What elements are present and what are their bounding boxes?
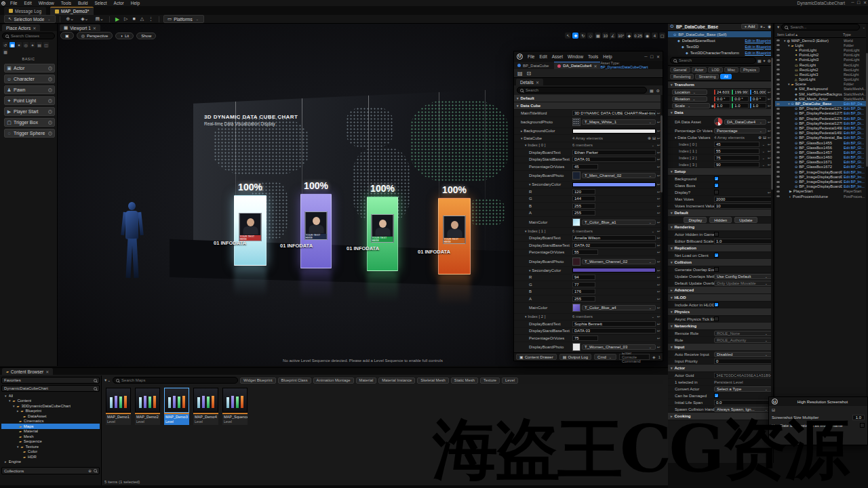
- section-setup[interactable]: ▾Setup: [668, 168, 773, 176]
- scale-snap-value[interactable]: 0.25: [633, 33, 643, 39]
- display-checkbox[interactable]: [714, 190, 719, 195]
- details-filter-chip[interactable]: LOD: [708, 67, 722, 73]
- menu-item[interactable]: Tools: [586, 54, 600, 59]
- percentage-dropdown[interactable]: Percentage⌄: [714, 128, 766, 134]
- visibility-eye-icon[interactable]: [776, 171, 780, 173]
- visibility-eye-icon[interactable]: [776, 44, 780, 46]
- visibility-eye-icon[interactable]: [776, 93, 780, 95]
- revision-control-icon[interactable]: ◈: [652, 354, 656, 359]
- section-transform[interactable]: ▾Transform: [668, 81, 773, 89]
- section-physics[interactable]: ▾Physics: [668, 308, 773, 316]
- component-row[interactable]: ◈ Text3D Edit in Blueprint: [668, 43, 773, 49]
- close-icon[interactable]: ✕: [33, 26, 36, 30]
- move-tool-icon[interactable]: ✚: [572, 33, 578, 39]
- outliner-row[interactable]: ⊙ BP_GlassBox1460 Edit BP_Gl...: [775, 155, 868, 160]
- menu-item[interactable]: Help: [601, 54, 614, 59]
- visibility-eye-icon[interactable]: [776, 142, 780, 144]
- console-command-input[interactable]: Enter Console Command: [619, 354, 650, 360]
- outliner-row[interactable]: ▭ RectLight3 RectLight: [775, 72, 868, 77]
- asset-card[interactable]: MAP_Squence Level: [222, 388, 248, 425]
- percentage-field[interactable]: 75: [572, 336, 598, 341]
- tree-folder-row[interactable]: ▸ ▰ Blueprint: [1, 409, 100, 414]
- g-field[interactable]: 77: [572, 282, 595, 287]
- outliner-row[interactable]: ⊙ BP_DisplayPedestal1275 Edit BP_Di...: [775, 111, 868, 116]
- visibility-eye-icon[interactable]: [776, 181, 780, 183]
- index-header-row[interactable]: ▾ Index [ 1 ] 6 members⌄ ↩: [514, 228, 663, 235]
- camera-speed-icon[interactable]: ◉: [644, 33, 650, 39]
- b-field[interactable]: 255: [572, 203, 595, 209]
- index-value-field[interactable]: 90: [714, 162, 760, 167]
- asset-tab[interactable]: BP_DataCube: [514, 62, 554, 69]
- camera-speed-value[interactable]: 4: [652, 33, 658, 39]
- section-advanced[interactable]: ▸Advanced: [668, 287, 773, 294]
- display-board-text-field[interactable]: Sophia Bennett: [572, 321, 656, 327]
- g-field[interactable]: 144: [572, 196, 595, 201]
- place-actor-item[interactable]: ▣ Actor i: [4, 64, 55, 73]
- visibility-eye-icon[interactable]: [776, 39, 780, 41]
- document-tab[interactable]: Message Log: [4, 7, 46, 15]
- add-element-icon[interactable]: ⊕: [758, 135, 762, 140]
- mannequin-actor[interactable]: [121, 202, 144, 283]
- place-actor-item[interactable]: ☺ Character i: [4, 75, 55, 83]
- a-field[interactable]: 255: [572, 210, 595, 216]
- visibility-eye-icon[interactable]: [776, 79, 780, 81]
- menu-item[interactable]: Edit: [20, 1, 35, 5]
- output-log-button[interactable]: ▤Output Log: [559, 354, 591, 360]
- asset-filter-chip[interactable]: Widget Blueprint: [240, 378, 276, 384]
- platforms-dropdown[interactable]: ▭ Platforms⌄: [163, 15, 204, 23]
- asset-details-scrollbar[interactable]: [660, 95, 663, 352]
- menu-item[interactable]: Window: [566, 54, 585, 59]
- update-overlaps-dropdown[interactable]: Use Config Default⌄: [714, 274, 772, 279]
- outliner-row[interactable]: ⊙ BP_ImageDisplayBoard0896 Edit BP_Im...: [775, 179, 868, 184]
- photo-dropdown[interactable]: T_Women_Channel_02⌄: [582, 259, 656, 264]
- frame-skip-icon[interactable]: ▷: [123, 16, 129, 22]
- percentage-field[interactable]: 55: [572, 249, 598, 255]
- outliner-row[interactable]: ◈ SM_Background StaticMeshA...: [775, 87, 868, 92]
- tree-folder-row[interactable]: ▰ Color: [1, 449, 100, 455]
- portrait-thumbnail[interactable]: [572, 171, 580, 180]
- asset-window-titlebar[interactable]: U FileEditAssetWindowToolsHelp ─ ☐ ✕: [514, 52, 663, 61]
- color-swatch[interactable]: [572, 129, 656, 134]
- stand-base-text-field[interactable]: DATA 02: [572, 243, 656, 248]
- place-actor-item[interactable]: ▢ Trigger Box i: [4, 118, 55, 127]
- grid-view-icon[interactable]: ▦: [650, 88, 654, 93]
- tree-folder-row[interactable]: ▾ ▰ 3DDynamicDataCubeChart: [1, 403, 100, 409]
- visibility-eye-icon[interactable]: [776, 146, 780, 148]
- tree-folder-row[interactable]: ▰ Material: [1, 429, 100, 434]
- section-data-cube[interactable]: ▾Data Cube: [514, 102, 663, 110]
- can-be-damaged-checkbox[interactable]: ✓: [714, 393, 719, 398]
- outliner-row[interactable]: ▾ ▰ Scene Folder: [775, 82, 868, 87]
- content-browser-tab[interactable]: ▰ Content Browser✕: [2, 368, 53, 375]
- visibility-eye-icon[interactable]: [776, 113, 780, 115]
- visibility-eye-icon[interactable]: [776, 166, 780, 168]
- outliner-row[interactable]: ▾ ⊙ BP_DataCube_Base Edit BP_Da...: [775, 101, 868, 106]
- background-checkbox[interactable]: ✓: [714, 176, 719, 181]
- outliner-row[interactable]: ⊙ BP_DisplayPedestal1491 Edit BP_Di...: [775, 131, 868, 136]
- section-collision[interactable]: ▾Collision: [668, 259, 773, 266]
- cinematic-category-icon[interactable]: ◎: [23, 42, 28, 47]
- maximize-icon[interactable]: ☐: [857, 0, 861, 5]
- outliner-row[interactable]: ⊙ BP_GlassBox1672 Edit BP_Gl...: [775, 165, 868, 169]
- asset-tab[interactable]: DA_DataCube4✕: [554, 62, 600, 69]
- visibility-eye-icon[interactable]: [776, 176, 780, 178]
- asset-details-search[interactable]: [517, 87, 647, 94]
- place-actor-item[interactable]: ▶ Player Start i: [4, 107, 55, 116]
- outliner-row[interactable]: ⊙ BP_DisplayPedestal1490 Edit BP_Di...: [775, 125, 868, 130]
- main-color-dropdown[interactable]: T_Color_Blue_a1⌄: [582, 220, 656, 225]
- b-field[interactable]: 176: [572, 289, 595, 294]
- actor-hidden-checkbox[interactable]: [714, 232, 719, 237]
- collections-box[interactable]: Collections ⊕: [1, 467, 100, 474]
- default-action-button[interactable]: Update: [734, 217, 757, 223]
- outliner-row[interactable]: ⊙ BP_DisplayPedestal1274 Edit BP_Di...: [775, 106, 868, 111]
- votes-increment-field[interactable]: 10: [714, 203, 772, 209]
- visibility-eye-icon[interactable]: [776, 68, 780, 70]
- content-drawer-button[interactable]: ▣Content Drawer: [516, 354, 557, 360]
- menu-item[interactable]: File: [7, 1, 20, 5]
- outliner-search[interactable]: [781, 24, 859, 30]
- edit-in-blueprint-link[interactable]: Edit in Blueprint: [745, 51, 771, 55]
- tree-folder-row[interactable]: ▾ ▰ Texture: [1, 444, 100, 449]
- edit-in-blueprint-link[interactable]: Edit in Blueprint: [745, 45, 771, 49]
- eject-icon[interactable]: △: [139, 16, 145, 22]
- display-board-text-field[interactable]: Amelia Wilson: [572, 235, 656, 241]
- blueprint-edit-icon[interactable]: ≡⌄: [760, 24, 766, 28]
